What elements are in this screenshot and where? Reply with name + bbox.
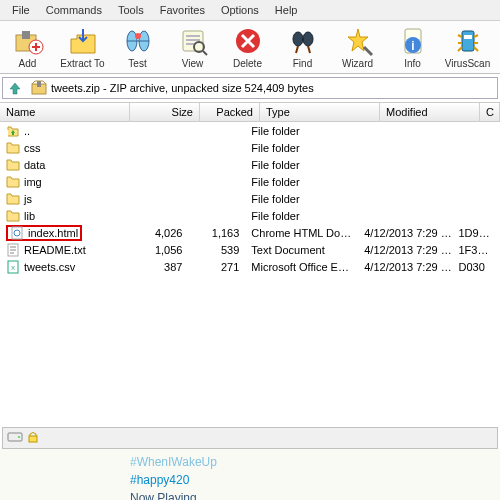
address-bar[interactable]: tweets.zip - ZIP archive, unpacked size …	[2, 77, 498, 99]
svg-rect-6	[183, 31, 203, 51]
hashtag-link[interactable]: Now Playing	[130, 489, 370, 500]
file-crc: 1F3…	[452, 244, 500, 256]
col-modified[interactable]: Modified	[380, 103, 480, 121]
up-icon[interactable]	[7, 80, 23, 96]
info-icon: i	[397, 25, 429, 57]
file-row[interactable]: Xtweets.csv387271Microsoft Office E…4/12…	[0, 258, 500, 275]
lock-icon[interactable]	[26, 431, 42, 445]
col-size[interactable]: Size	[130, 103, 200, 121]
file-type: File folder	[245, 125, 358, 137]
menu-options[interactable]: Options	[213, 2, 267, 18]
toolbar-label: Find	[293, 58, 312, 69]
test-icon	[122, 25, 154, 57]
file-modified: 4/12/2013 7:29 …	[358, 227, 452, 239]
file-modified: 4/12/2013 7:29 …	[358, 261, 452, 273]
address-text: tweets.zip - ZIP archive, unpacked size …	[51, 82, 314, 94]
file-packed: 539	[188, 244, 245, 256]
file-type: Chrome HTML Do…	[245, 227, 358, 239]
background-panel: #WhenIWakeUp #happy420 Now Playing	[0, 449, 500, 500]
file-type: File folder	[245, 159, 358, 171]
virus-button[interactable]: VirusScan	[440, 23, 495, 71]
file-name: lib	[24, 210, 35, 222]
extract-button[interactable]: Extract To	[55, 23, 110, 71]
folder-icon	[6, 175, 20, 189]
file-name: README.txt	[24, 244, 86, 256]
col-packed[interactable]: Packed	[200, 103, 260, 121]
view-icon	[177, 25, 209, 57]
folder-icon	[6, 209, 20, 223]
csv-icon: X	[6, 260, 20, 274]
view-button[interactable]: View	[165, 23, 220, 71]
file-type: File folder	[245, 210, 358, 222]
menu-favorites[interactable]: Favorites	[152, 2, 213, 18]
menu-file[interactable]: File	[4, 2, 38, 18]
toolbar-label: View	[182, 58, 204, 69]
column-headers: Name Size Packed Type Modified C	[0, 102, 500, 122]
svg-text:i: i	[411, 39, 414, 53]
file-modified: 4/12/2013 7:29 …	[358, 244, 452, 256]
col-type[interactable]: Type	[260, 103, 380, 121]
hashtag-link[interactable]: #happy420	[130, 471, 370, 489]
menu-tools[interactable]: Tools	[110, 2, 152, 18]
toolbar-label: VirusScan	[445, 58, 490, 69]
svg-rect-15	[464, 35, 472, 39]
toolbar-label: Info	[404, 58, 421, 69]
toolbar: AddExtract ToTestViewDeleteFindWizardiIn…	[0, 21, 500, 74]
svg-text:X: X	[11, 265, 15, 271]
up-icon	[6, 124, 20, 138]
toolbar-label: Extract To	[60, 58, 104, 69]
file-crc: 1D9…	[452, 227, 500, 239]
toolbar-label: Test	[128, 58, 146, 69]
file-name: index.html	[28, 227, 78, 239]
toolbar-label: Delete	[233, 58, 262, 69]
find-icon	[287, 25, 319, 57]
wizard-icon	[342, 25, 374, 57]
file-row[interactable]: libFile folder	[0, 207, 500, 224]
file-name: css	[24, 142, 41, 154]
txt-icon	[6, 243, 20, 257]
file-crc: D030	[452, 261, 500, 273]
file-name: ..	[24, 125, 30, 137]
file-row[interactable]: dataFile folder	[0, 156, 500, 173]
file-row[interactable]: jsFile folder	[0, 190, 500, 207]
delete-button[interactable]: Delete	[220, 23, 275, 71]
test-button[interactable]: Test	[110, 23, 165, 71]
find-button[interactable]: Find	[275, 23, 330, 71]
svg-rect-17	[37, 81, 41, 87]
toolbar-label: Add	[19, 58, 37, 69]
add-icon	[12, 25, 44, 57]
svg-rect-14	[462, 31, 474, 51]
delete-icon	[232, 25, 264, 57]
col-name[interactable]: Name	[0, 103, 130, 121]
file-row[interactable]: README.txt1,056539Text Document4/12/2013…	[0, 241, 500, 258]
file-row[interactable]: imgFile folder	[0, 173, 500, 190]
info-button[interactable]: iInfo	[385, 23, 440, 71]
file-type: Text Document	[245, 244, 358, 256]
svg-point-24	[18, 436, 20, 438]
file-type: File folder	[245, 142, 358, 154]
menu-help[interactable]: Help	[267, 2, 306, 18]
file-size: 1,056	[122, 244, 188, 256]
status-bar	[2, 427, 498, 449]
wizard-button[interactable]: Wizard	[330, 23, 385, 71]
virus-icon	[452, 25, 484, 57]
folder-icon	[6, 192, 20, 206]
highlight-box: index.html	[6, 225, 82, 241]
file-name: img	[24, 176, 42, 188]
menu-commands[interactable]: Commands	[38, 2, 110, 18]
folder-icon	[6, 158, 20, 172]
col-crc[interactable]: C	[480, 103, 500, 121]
file-row[interactable]: cssFile folder	[0, 139, 500, 156]
add-button[interactable]: Add	[0, 23, 55, 71]
drive-icon[interactable]	[7, 431, 23, 445]
svg-rect-25	[29, 436, 37, 442]
file-type: File folder	[245, 193, 358, 205]
svg-point-5	[135, 33, 141, 39]
toolbar-label: Wizard	[342, 58, 373, 69]
hashtag-link[interactable]: #WhenIWakeUp	[130, 453, 370, 471]
file-row[interactable]: ..File folder	[0, 122, 500, 139]
file-name: data	[24, 159, 45, 171]
file-name: js	[24, 193, 32, 205]
file-row[interactable]: index.html4,0261,163Chrome HTML Do…4/12/…	[0, 224, 500, 241]
svg-rect-1	[22, 31, 30, 39]
